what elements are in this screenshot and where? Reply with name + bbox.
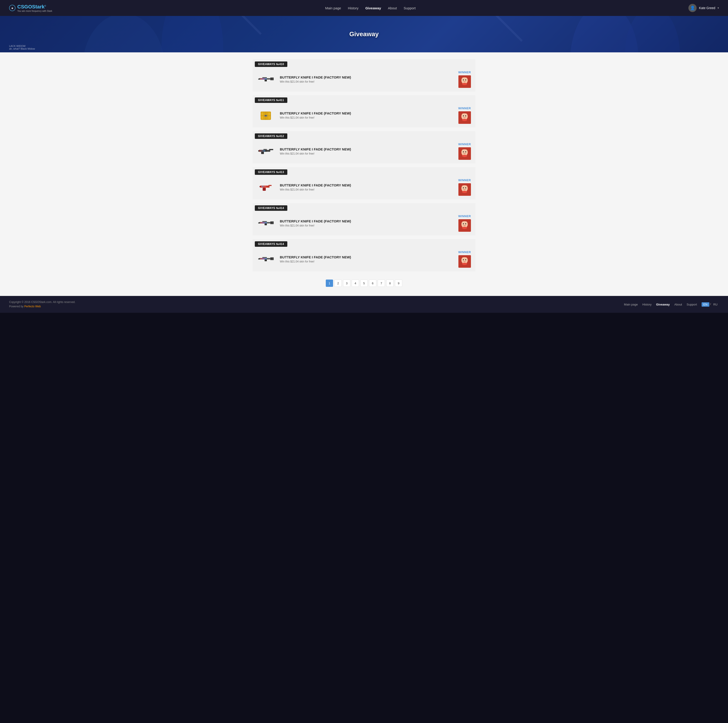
svg-rect-51: [263, 188, 266, 191]
footer-nav: Main page History Giveaway About Support…: [624, 302, 719, 306]
giveaway-info: BUTTERFLY KNIFE I FADE (FACTORY NEW) Win…: [280, 255, 458, 263]
svg-point-56: [465, 187, 466, 188]
nav-about[interactable]: About: [388, 6, 397, 10]
svg-point-30: [463, 115, 464, 116]
page-button[interactable]: 6: [369, 280, 376, 287]
svg-rect-14: [260, 78, 267, 80]
svg-rect-11: [262, 77, 267, 78]
svg-point-68: [463, 223, 464, 224]
svg-point-3: [161, 16, 223, 52]
footer-nav-about[interactable]: About: [674, 303, 682, 306]
logo-tagline: You win more frequency with Stark: [17, 10, 52, 12]
user-name: Kate Greed: [699, 6, 715, 10]
svg-point-27: [265, 115, 266, 116]
svg-rect-50: [259, 186, 260, 187]
page-button[interactable]: 3: [343, 280, 350, 287]
avatar: 👤: [688, 4, 697, 12]
lang-ru[interactable]: RU: [712, 302, 719, 306]
winner-area: WINNER: [458, 250, 471, 268]
winner-area: WINNER: [458, 178, 471, 196]
footer-nav-history[interactable]: History: [642, 303, 652, 306]
svg-point-31: [465, 115, 466, 116]
giveaway-subtitle: Win this $21.04 skin for free!: [280, 152, 458, 155]
footer-nav-support[interactable]: Support: [687, 303, 697, 306]
svg-rect-74: [258, 259, 260, 259]
giveaways-list: GIVEAWAYS №410 BUTTERFLY K: [252, 59, 476, 271]
pagination: 123456789: [252, 275, 476, 289]
page-button[interactable]: 5: [360, 280, 368, 287]
svg-point-77: [271, 258, 272, 259]
chevron-down-icon: ▾: [717, 6, 719, 9]
page-button[interactable]: 2: [335, 280, 342, 287]
svg-rect-10: [258, 79, 260, 80]
skin-image: [257, 108, 275, 122]
page-button[interactable]: 4: [352, 280, 359, 287]
giveaway-info: BUTTERFLY KNIFE I FADE (FACTORY NEW) Win…: [280, 147, 458, 155]
skin-image: [257, 72, 275, 86]
winner-area: WINNER: [458, 70, 471, 88]
logo[interactable]: ★ CSGOStark© You win more frequency with…: [9, 4, 52, 12]
giveaway-subtitle: Win this $21.04 skin for free!: [280, 80, 458, 83]
winner-label: WINNER: [458, 214, 471, 218]
giveaway-title: BUTTERFLY KNIFE I FADE (FACTORY NEW): [280, 111, 458, 115]
nav-main-page[interactable]: Main page: [325, 6, 341, 10]
page-button[interactable]: 8: [386, 280, 393, 287]
svg-rect-63: [265, 224, 267, 225]
svg-rect-12: [265, 80, 267, 81]
svg-rect-52: [262, 185, 266, 187]
footer-nav-giveaway[interactable]: Giveaway: [656, 303, 670, 306]
winner-label: WINNER: [458, 107, 471, 110]
svg-point-55: [463, 187, 464, 188]
giveaway-title: BUTTERFLY KNIFE I FADE (FACTORY NEW): [280, 147, 458, 151]
winner-label: WINNER: [458, 70, 471, 74]
giveaway-item: GIVEAWAYS №411 BUTTERFLY KNIFE I FADE (F…: [252, 95, 476, 127]
skin-image: [257, 216, 275, 230]
winner-area: WINNER: [458, 142, 471, 160]
svg-rect-49: [268, 185, 272, 186]
svg-point-64: [271, 222, 272, 223]
giveaway-item: GIVEAWAYS №414 BUTTERFLY K: [252, 239, 476, 271]
giveaway-title: BUTTERFLY KNIFE I FADE (FACTORY NEW): [280, 219, 458, 223]
svg-rect-60: [270, 222, 274, 224]
giveaway-subtitle: Win this $21.04 skin for free!: [280, 224, 458, 227]
giveaway-subtitle: Win this $21.04 skin for free!: [280, 188, 458, 191]
nav-support[interactable]: Support: [404, 6, 416, 10]
perfecto-link[interactable]: Perfecto Web: [24, 305, 41, 308]
page-button[interactable]: 1: [326, 280, 333, 287]
footer-nav-main[interactable]: Main page: [624, 303, 638, 306]
winner-area: WINNER: [458, 214, 471, 232]
svg-point-44: [465, 152, 466, 153]
svg-line-7: [481, 16, 522, 41]
svg-rect-65: [260, 222, 267, 224]
giveaway-item: GIVEAWAYS №412 BUTTERFLY KNIFE I FADE (F…: [252, 131, 476, 164]
giveaway-badge: GIVEAWAYS №411: [255, 97, 288, 103]
svg-rect-76: [265, 259, 267, 261]
svg-rect-39: [263, 149, 267, 150]
winner-label: WINNER: [458, 250, 471, 254]
giveaway-item: GIVEAWAYS №410 BUTTERFLY K: [252, 59, 476, 92]
giveaway-title: BUTTERFLY KNIFE I FADE (FACTORY NEW): [280, 255, 458, 259]
svg-point-69: [465, 223, 466, 224]
svg-line-6: [220, 16, 261, 34]
nav-history[interactable]: History: [348, 6, 359, 10]
page-button[interactable]: 7: [378, 280, 385, 287]
giveaway-title: BUTTERFLY KNIFE I FADE (FACTORY NEW): [280, 75, 458, 79]
giveaway-badge: GIVEAWAYS №414: [255, 241, 288, 247]
page-button[interactable]: 9: [395, 280, 402, 287]
svg-point-5: [625, 16, 680, 52]
hero-label: LACK WIDOW ah, what? Black Widow: [9, 44, 35, 50]
giveaway-item: GIVEAWAYS №413 BUTTERFLY KNIFE I FADE (F…: [252, 167, 476, 199]
svg-point-18: [465, 80, 466, 81]
svg-point-13: [271, 78, 272, 80]
lang-en[interactable]: EN: [702, 302, 709, 306]
user-menu[interactable]: 👤 Kate Greed ▾: [688, 4, 719, 12]
nav-giveaway[interactable]: Giveaway: [366, 6, 381, 10]
giveaway-info: BUTTERFLY KNIFE I FADE (FACTORY NEW) Win…: [280, 219, 458, 227]
skin-image: [257, 252, 275, 266]
winner-label: WINNER: [458, 178, 471, 182]
winner-avatar: [459, 219, 471, 232]
svg-point-58: [462, 191, 467, 193]
svg-rect-78: [260, 258, 267, 259]
svg-rect-9: [270, 78, 274, 80]
svg-point-20: [462, 83, 467, 85]
